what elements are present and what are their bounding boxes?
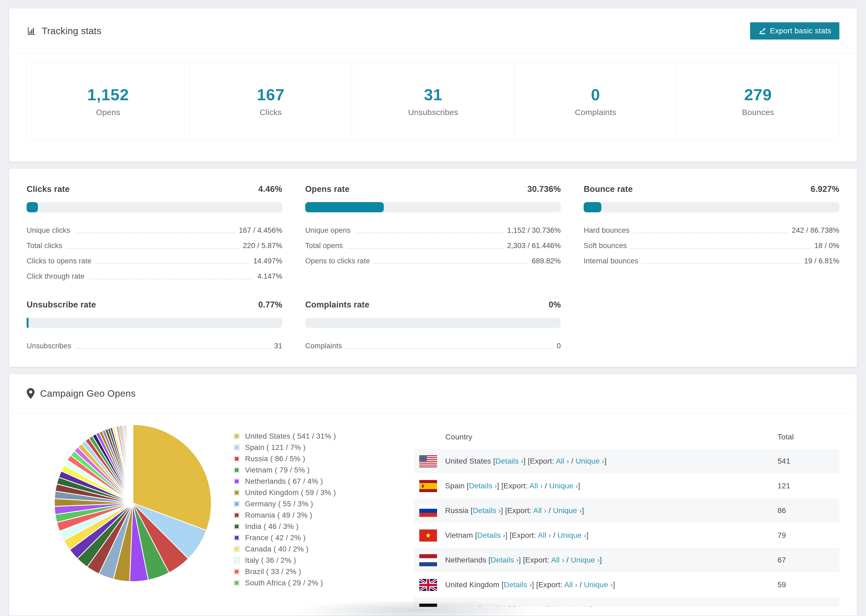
details-link[interactable]: Details › [469,482,497,490]
rate-row-value: 19 / 6.81% [804,257,839,265]
geo-table: Country Total United States [Details ›] … [414,420,839,607]
details-link[interactable]: Details › [473,506,501,515]
rate-row-value: 1,152 / 30.736% [507,226,561,235]
rate-progressbar [305,318,561,328]
geo-pie-chart [27,420,220,607]
header-divider [9,53,857,54]
details-link[interactable]: Details › [481,605,509,607]
rate-row-label: Unsubscribes [27,342,71,350]
country-name: United Kingdom [445,580,499,589]
country-cell: United States [Details ›] [Export: All ›… [445,457,778,465]
bracket: ] [ [532,580,538,589]
rate-value: 0% [549,300,561,310]
export-basic-stats-button[interactable]: Export basic stats [750,22,839,39]
rate-leader [74,233,235,233]
details-link[interactable]: Details › [477,531,505,539]
bracket: [ [469,506,473,515]
rate-row: Soft bounces18 / 0% [584,235,839,250]
rate-leader [642,263,800,264]
export-all-link[interactable]: All › [556,457,569,465]
table-rows: United States [Details ›] [Export: All ›… [414,449,839,607]
slash: / [543,482,549,490]
rate-section-unsubscribe-rate: Unsubscribe rate0.77%Unsubscribes31 [27,300,282,350]
total-value: 79 [778,531,839,540]
export-label: Export: [512,531,538,539]
legend-label: Germany ( 55 / 3% ) [245,500,313,508]
bracket: [ [477,605,481,607]
export-unique-link[interactable]: Unique › [584,580,612,589]
legend-item: United States ( 541 / 31% ) [234,431,387,442]
rate-leader [630,248,811,248]
bracket: ] [ [497,482,504,490]
export-all-link[interactable]: All › [551,556,564,564]
rate-progress-fill [27,202,38,212]
legend-swatch [234,535,239,541]
country-name: Vietnam [445,531,473,539]
rate-progressbar [27,202,282,212]
rate-section-clicks-rate: Clicks rate4.46%Unique clicks167 / 4.456… [27,184,282,281]
rate-row: Internal bounces19 / 6.81% [584,250,839,265]
bracket: [ [491,457,495,465]
rate-title: Bounce rate [584,184,633,194]
legend-swatch [234,546,239,552]
export-unique-link[interactable]: Unique › [576,457,604,465]
bracket: ] [586,531,589,539]
stats-strip: 1,152Opens167Clicks31Unsubscribes0Compla… [27,62,839,140]
bracket: ] [613,580,615,589]
export-unique-link[interactable]: Unique › [553,506,582,515]
rate-progressbar [584,202,839,212]
export-all-link[interactable]: All › [538,531,551,539]
stat-box: 1,152Opens [27,63,189,140]
export-unique-link[interactable]: Unique › [571,556,600,564]
export-icon [758,27,766,35]
export-all-link[interactable]: All › [529,482,543,490]
rate-row: Complaints0 [305,335,561,350]
rate-row: Opens to clicks rate689.82% [305,250,561,265]
total-value: 541 [778,457,839,465]
export-unique-link[interactable]: Unique › [549,482,578,490]
details-link[interactable]: Details › [504,580,532,589]
rate-head: Unsubscribe rate0.77% [27,300,282,310]
stat-label: Bounces [680,108,836,117]
table-row: Spain [Details ›] [Export: All › / Uniqu… [414,473,839,498]
country-cell: Spain [Details ›] [Export: All › / Uniqu… [445,482,778,490]
rates-grid: Clicks rate4.46%Unique clicks167 / 4.456… [9,169,857,367]
rate-row-value: 167 / 4.456% [239,226,282,235]
export-unique-link[interactable]: Unique › [557,531,586,539]
details-link[interactable]: Details › [491,556,519,564]
rate-row-label: Soft bounces [584,242,627,250]
card-rates: Clicks rate4.46%Unique clicks167 / 4.456… [9,168,857,367]
slash: / [551,531,557,539]
rate-value: 4.46% [258,184,282,194]
rate-title: Opens rate [305,184,350,194]
export-label: Export: [507,506,533,515]
export-unique-link[interactable]: Unique › [561,605,590,607]
card-tracking-stats: Tracking stats Export basic stats 1,152O… [9,8,857,162]
table-row: United Kingdom [Details ›] [Export: All … [414,572,839,597]
legend-label: Brazil ( 33 / 2% ) [245,567,301,576]
flag-us-icon [419,455,437,467]
export-all-link[interactable]: All › [533,506,546,515]
flag-vn-icon [419,530,437,542]
details-link[interactable]: Details › [495,457,524,465]
bracket: ] [600,556,602,564]
export-all-link[interactable]: All › [564,580,578,589]
bracket: ] [604,457,606,465]
rate-row-label: Complaints [305,342,342,350]
rate-leader [75,348,270,349]
stat-value: 31 [355,85,512,104]
country-name: Spain [445,482,465,490]
table-row: Netherlands [Details ›] [Export: All › /… [414,548,839,572]
card-campaign-geo-opens: Campaign Geo Opens United States ( 541 /… [9,374,857,616]
legend-label: United Kingdom ( 59 / 3% ) [245,488,336,497]
flag-nl-icon [419,554,437,566]
export-all-link[interactable]: All › [542,605,554,607]
location-pin-icon [27,388,35,399]
rate-row: Click through rate4.147% [27,265,282,281]
legend-swatch [234,445,239,451]
rate-row-label: Total clicks [27,242,62,250]
legend-item: United Kingdom ( 59 / 3% ) [234,487,387,498]
stat-label: Unsubscribes [355,108,512,117]
rate-row: Unsubscribes31 [27,335,282,350]
rate-row: Clicks to opens rate14.497% [27,250,282,265]
